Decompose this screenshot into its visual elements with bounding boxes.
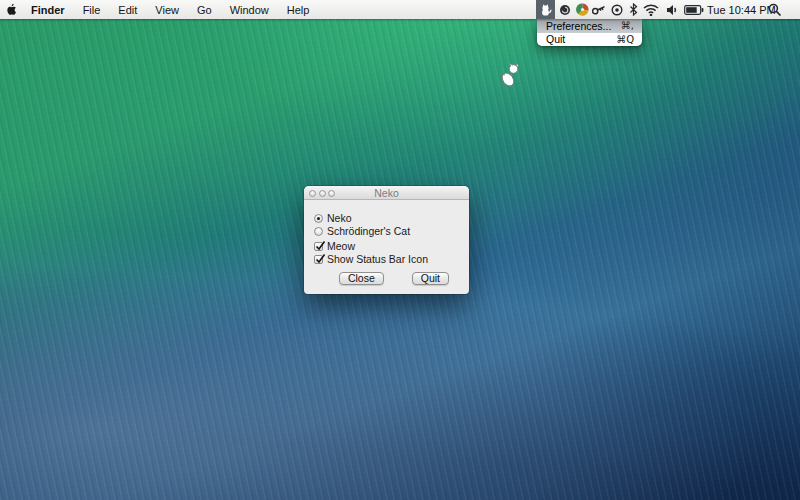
radio-schrodingers-cat-row[interactable]: Schrödinger's Cat	[314, 226, 410, 236]
window-title: Neko	[304, 186, 469, 200]
menu-item-preferences-label: Preferences...	[546, 20, 611, 32]
menu-help[interactable]: Help	[278, 0, 319, 19]
menu-bar: Finder File Edit View Go Window Help	[0, 0, 800, 19]
globe-icon	[576, 3, 589, 16]
checkbox-show-status-bar-icon[interactable]	[314, 255, 323, 264]
swirl-icon	[559, 4, 571, 16]
apple-icon	[6, 3, 17, 16]
status-item-volume[interactable]	[665, 0, 679, 19]
radio-schrodingers-cat[interactable]	[314, 227, 323, 236]
status-item-battery[interactable]	[683, 0, 704, 19]
menu-go[interactable]: Go	[188, 0, 221, 19]
neko-cat-icon	[540, 3, 552, 16]
checkmark-icon	[315, 253, 326, 264]
menu-item-preferences-shortcut: ⌘,	[621, 20, 634, 31]
checkbox-meow-row[interactable]: Meow	[314, 241, 355, 251]
neko-window: Neko Neko Schrödinger's Cat Meow S	[304, 186, 469, 294]
radio-schrodingers-cat-label: Schrödinger's Cat	[327, 225, 410, 237]
radio-neko-label: Neko	[327, 212, 352, 224]
checkbox-meow-label: Meow	[327, 240, 355, 252]
neko-status-item[interactable]	[536, 0, 555, 19]
menu-edit[interactable]: Edit	[109, 0, 146, 19]
battery-icon	[684, 5, 704, 15]
checkbox-meow[interactable]	[314, 242, 323, 251]
quit-button[interactable]: Quit	[412, 272, 449, 285]
menu-file[interactable]: File	[74, 0, 110, 19]
menu-item-quit-label: Quit	[546, 33, 565, 45]
neko-cat-sprite	[497, 62, 521, 90]
menu-app-name[interactable]: Finder	[22, 0, 74, 19]
status-item-record[interactable]	[610, 0, 623, 19]
status-item-swirl[interactable]	[558, 0, 571, 19]
status-item-bluetooth[interactable]	[628, 0, 638, 19]
desktop-wallpaper: Finder File Edit View Go Window Help	[0, 0, 800, 500]
menu-window[interactable]: Window	[221, 0, 278, 19]
volume-icon	[666, 4, 679, 16]
menu-bar-left: Finder File Edit View Go Window Help	[0, 0, 318, 19]
status-item-key[interactable]	[592, 0, 606, 19]
record-icon	[611, 4, 623, 16]
status-dropdown-menu: Preferences... ⌘, Quit ⌘Q	[537, 19, 642, 46]
checkbox-status-bar-icon-row[interactable]: Show Status Bar Icon	[314, 254, 428, 264]
status-item-wifi[interactable]	[642, 0, 660, 19]
menu-item-quit[interactable]: Quit ⌘Q	[537, 33, 642, 47]
menu-item-preferences[interactable]: Preferences... ⌘,	[537, 19, 642, 33]
radio-neko[interactable]	[314, 214, 323, 223]
window-titlebar[interactable]: Neko	[304, 186, 469, 200]
checkmark-icon	[315, 240, 326, 251]
menu-item-quit-shortcut: ⌘Q	[616, 34, 634, 45]
bluetooth-icon	[629, 3, 638, 16]
menu-view[interactable]: View	[146, 0, 188, 19]
radio-neko-row[interactable]: Neko	[314, 213, 352, 223]
checkbox-show-status-bar-icon-label: Show Status Bar Icon	[327, 253, 428, 265]
key-icon	[592, 4, 606, 16]
status-item-globe[interactable]	[575, 0, 589, 19]
spotlight-menu-item[interactable]	[766, 0, 782, 19]
wifi-icon	[643, 4, 659, 16]
spotlight-magnifier-icon	[768, 3, 781, 16]
close-button[interactable]: Close	[339, 272, 384, 285]
apple-menu[interactable]	[0, 0, 22, 19]
button-row: Close Quit	[339, 272, 449, 285]
